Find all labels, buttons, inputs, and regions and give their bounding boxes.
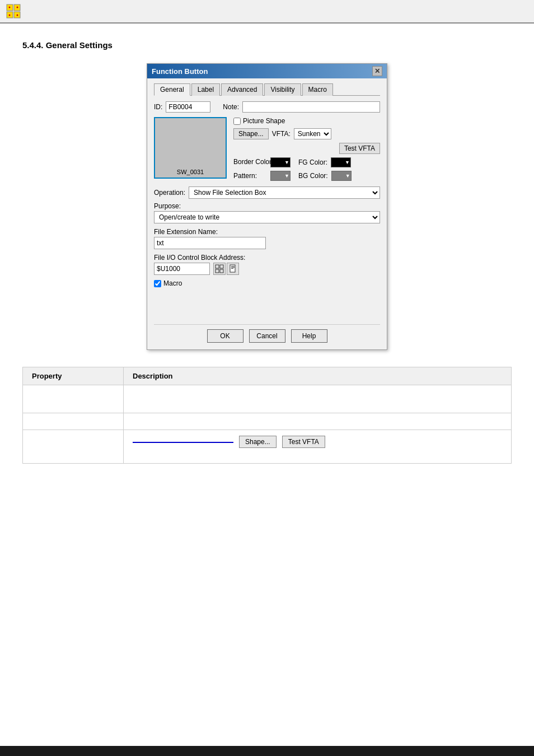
id-input[interactable] [166, 101, 210, 113]
address-icon-buttons [213, 263, 239, 275]
shape-vfta-row: Shape... VFTA: Sunken Raised None [233, 128, 380, 139]
table-cell-property [23, 430, 124, 464]
operation-select[interactable]: Show File Selection Box [189, 186, 380, 199]
tab-advanced[interactable]: Advanced [221, 83, 263, 96]
ok-button[interactable]: OK [207, 329, 243, 343]
operation-section: Operation: Show File Selection Box [154, 186, 380, 199]
table-description-header: Description [124, 367, 512, 385]
table-controls-inner: Shape... Test VFTA [133, 436, 502, 448]
border-color-swatch[interactable]: ▼ [270, 157, 291, 167]
table-input-line [133, 442, 233, 443]
pattern-bg-color-row: Pattern: ▼ BG Color: ▼ [233, 171, 380, 181]
vfta-label: VFTA: [272, 130, 291, 138]
preview-label: SW_0031 [177, 169, 204, 175]
fg-color-label: FG Color: [298, 158, 327, 166]
address-grid-button[interactable] [213, 263, 226, 275]
picture-shape-checkbox[interactable] [233, 118, 241, 125]
file-ext-input[interactable] [154, 237, 266, 249]
dialog-tabs: General Label Advanced Visibility Macro [154, 83, 380, 96]
pattern-swatch[interactable]: ▼ [270, 171, 291, 181]
tab-general[interactable]: General [154, 83, 190, 96]
svg-rect-9 [220, 265, 223, 268]
purpose-group: Purpose: Open/create to write Open to re… [154, 202, 380, 223]
purpose-select[interactable]: Open/create to write Open to read [154, 211, 380, 223]
id-label: ID: [154, 103, 162, 111]
table-row [23, 385, 512, 413]
table-test-vfta-button[interactable]: Test VFTA [282, 436, 325, 448]
section-title: 5.4.4. General Settings [22, 40, 512, 50]
address-input[interactable] [154, 263, 210, 275]
top-bar [0, 0, 534, 24]
preview-box: SW_0031 [154, 117, 227, 181]
svg-rect-8 [216, 265, 219, 268]
svg-point-6 [9, 15, 11, 16]
table-cell-property [23, 385, 124, 413]
dialog-buttons: OK Cancel Help [154, 324, 380, 343]
main-content: 5.4.4. General Settings Function Button … [0, 24, 534, 480]
app-icon [6, 3, 21, 19]
function-button-dialog: Function Button ✕ General Label Advanced… [147, 63, 387, 350]
preview-section: SW_0031 Picture Shape Shape... [154, 117, 380, 181]
table-row [23, 413, 512, 430]
picture-shape-row: Picture Shape [233, 117, 380, 125]
svg-rect-11 [220, 269, 223, 273]
address-row [154, 263, 380, 275]
svg-point-7 [17, 15, 18, 16]
dialog-wrapper: Function Button ✕ General Label Advanced… [22, 63, 512, 350]
dialog-close-button[interactable]: ✕ [372, 66, 382, 76]
cancel-button[interactable]: Cancel [249, 329, 285, 343]
file-io-group: File I/O Control Block Address: [154, 254, 380, 275]
operation-row: Operation: Show File Selection Box [154, 186, 380, 199]
border-color-label: Border Color: [233, 158, 267, 167]
preview-image: SW_0031 [154, 117, 227, 179]
file-io-label: File I/O Control Block Address: [154, 254, 380, 262]
svg-point-4 [9, 7, 11, 8]
table-cell-description [124, 385, 512, 413]
bg-color-swatch[interactable]: ▼ [331, 171, 352, 181]
shape-button[interactable]: Shape... [233, 128, 269, 139]
svg-rect-13 [231, 266, 235, 267]
test-vfta-button[interactable]: Test VFTA [339, 143, 380, 154]
tab-macro[interactable]: Macro [302, 83, 333, 96]
preview-controls: Picture Shape Shape... VFTA: Sunken Rais… [233, 117, 380, 181]
svg-rect-10 [216, 269, 219, 273]
operation-label: Operation: [154, 189, 185, 197]
picture-shape-label: Picture Shape [243, 117, 285, 125]
file-ext-group: File Extension Name: [154, 228, 380, 249]
file-ext-label: File Extension Name: [154, 228, 380, 236]
macro-checkbox[interactable] [154, 280, 161, 287]
border-fg-color-row: Border Color: ▼ FG Color: ▼ [233, 157, 380, 167]
pattern-label: Pattern: [233, 172, 267, 180]
bg-color-label: BG Color: [298, 172, 328, 180]
help-button[interactable]: Help [291, 329, 327, 343]
address-page-button[interactable] [227, 263, 239, 275]
note-label: Note: [223, 103, 239, 111]
svg-point-5 [17, 7, 18, 8]
bottom-bar [0, 746, 534, 756]
table-cell-description-controls: Shape... Test VFTA [124, 430, 512, 464]
table-button-row: Shape... Test VFTA [133, 436, 502, 448]
note-input[interactable] [242, 101, 380, 113]
tab-visibility[interactable]: Visibility [264, 83, 301, 96]
fg-color-swatch[interactable]: ▼ [331, 157, 351, 167]
dialog-titlebar: Function Button ✕ [147, 64, 387, 78]
tab-label[interactable]: Label [191, 83, 220, 96]
dialog-title: Function Button [152, 67, 208, 76]
purpose-label: Purpose: [154, 202, 380, 210]
svg-rect-15 [231, 268, 233, 269]
table-shape-button[interactable]: Shape... [239, 436, 277, 448]
svg-rect-14 [231, 267, 235, 268]
table-property-header: Property [23, 367, 124, 385]
table-row: Shape... Test VFTA [23, 430, 512, 464]
table-cell-property [23, 413, 124, 430]
macro-row: Macro [154, 279, 380, 287]
vfta-select[interactable]: Sunken Raised None [294, 128, 331, 139]
table-cell-description [124, 413, 512, 430]
property-table: Property Description [22, 367, 512, 464]
id-note-row: ID: Note: [154, 101, 380, 113]
dialog-body: General Label Advanced Visibility Macro … [147, 78, 387, 349]
macro-label: Macro [163, 279, 182, 287]
